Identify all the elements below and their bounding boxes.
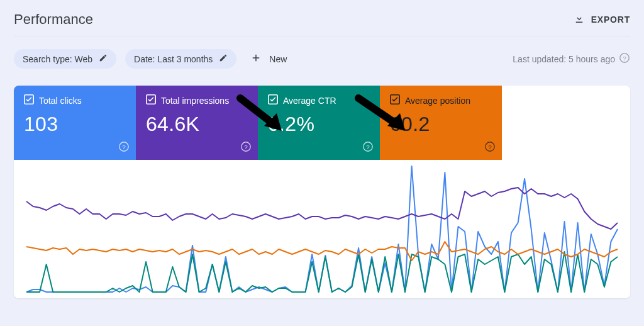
pencil-icon: [99, 53, 108, 64]
plus-icon: [250, 52, 262, 65]
filter-chip-label: Date: Last 3 months: [134, 54, 213, 64]
checkbox-checked-icon: [390, 94, 400, 106]
performance-card: Total clicks 103 ? Total impressions 64.…: [14, 86, 630, 298]
filter-chip-date[interactable]: Date: Last 3 months: [125, 49, 236, 69]
pencil-icon: [219, 53, 228, 64]
metric-total-clicks[interactable]: Total clicks 103 ?: [14, 86, 136, 160]
metric-label: Total clicks: [39, 96, 82, 106]
checkbox-checked-icon: [24, 94, 34, 106]
filter-chip-label: Search type: Web: [23, 54, 92, 64]
last-updated: Last updated: 5 hours ago ?: [513, 52, 630, 65]
download-icon: [574, 13, 585, 26]
performance-chart[interactable]: [14, 160, 630, 298]
metrics-row: Total clicks 103 ? Total impressions 64.…: [14, 86, 630, 160]
checkbox-checked-icon: [268, 94, 278, 106]
export-label: EXPORT: [591, 14, 630, 25]
new-label: New: [269, 54, 287, 64]
help-icon[interactable]: ?: [118, 141, 130, 155]
last-updated-text: Last updated: 5 hours ago: [513, 54, 615, 64]
metric-label: Average CTR: [283, 96, 336, 106]
help-icon[interactable]: ?: [619, 52, 630, 65]
metric-label: Total impressions: [161, 96, 229, 106]
metric-value: 103: [24, 113, 126, 136]
metric-value: 0.2%: [268, 113, 370, 136]
help-icon[interactable]: ?: [240, 141, 252, 155]
metric-average-ctr[interactable]: Average CTR 0.2% ?: [258, 86, 380, 160]
svg-text:?: ?: [366, 143, 370, 150]
metric-value: 60.2: [390, 113, 492, 136]
help-icon[interactable]: ?: [362, 141, 374, 155]
checkbox-checked-icon: [146, 94, 156, 106]
metric-total-impressions[interactable]: Total impressions 64.6K ?: [136, 86, 258, 160]
metric-average-position[interactable]: Average position 60.2 ?: [380, 86, 502, 160]
metric-value: 64.6K: [146, 113, 248, 136]
svg-text:?: ?: [623, 55, 626, 62]
svg-text:?: ?: [122, 143, 126, 150]
help-icon[interactable]: ?: [484, 141, 496, 155]
filter-chip-search-type[interactable]: Search type: Web: [14, 49, 116, 69]
metric-label: Average position: [405, 96, 470, 106]
svg-text:?: ?: [244, 143, 248, 150]
page-title: Performance: [14, 11, 93, 28]
svg-text:?: ?: [488, 143, 492, 150]
export-button[interactable]: EXPORT: [574, 13, 630, 26]
new-filter-button[interactable]: New: [245, 48, 292, 69]
